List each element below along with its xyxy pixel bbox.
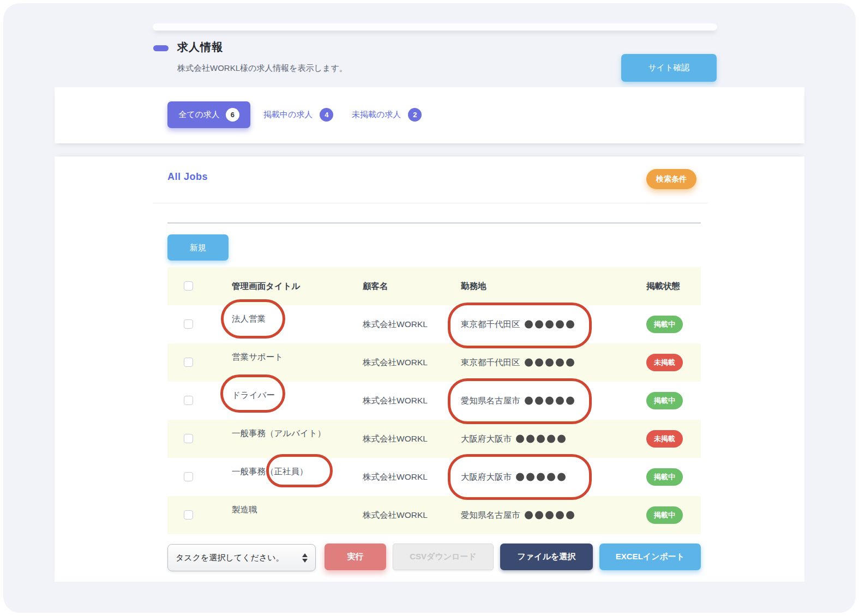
table-header-row: 管理画面タイトル 顧客名 勤務地 掲載状態 bbox=[167, 267, 701, 305]
page: 求人情報 株式会社WORKL様の求人情報を表示します。 サイト確認 全ての求人 … bbox=[0, 0, 859, 616]
job-location: 東京都千代田区 bbox=[461, 357, 574, 369]
masked-dots bbox=[525, 321, 574, 329]
row-checkbox[interactable] bbox=[184, 358, 193, 367]
table-row: 一般事務（正社員） 株式会社WORKL 大阪府大阪市 掲載中 bbox=[167, 458, 701, 496]
table-row: ドライバー 株式会社WORKL 愛知県名古屋市 掲載中 bbox=[167, 382, 701, 420]
tab-all-jobs-label: 全ての求人 bbox=[178, 110, 220, 120]
status-badge: 掲載中 bbox=[646, 316, 683, 333]
site-check-button[interactable]: サイト確認 bbox=[621, 54, 717, 82]
masked-dots bbox=[525, 397, 574, 405]
page-title: 求人情報 bbox=[177, 40, 223, 55]
column-header-title: 管理画面タイトル bbox=[232, 281, 300, 292]
table-row: 製造職 株式会社WORKL 愛知県名古屋市 掲載中 bbox=[167, 496, 701, 534]
tab-unpublished-jobs-count-badge: 2 bbox=[408, 108, 422, 122]
column-header-customer: 顧客名 bbox=[363, 281, 388, 292]
new-job-button[interactable]: 新規 bbox=[167, 234, 229, 261]
task-select-value: タスクを選択してください。 bbox=[176, 553, 284, 563]
customer-name: 株式会社WORKL bbox=[363, 433, 428, 445]
location-text: 愛知県名古屋市 bbox=[461, 510, 520, 521]
status-badge: 掲載中 bbox=[646, 392, 683, 409]
title-dash-icon bbox=[153, 45, 169, 51]
tab-published-jobs-count-badge: 4 bbox=[320, 108, 333, 122]
file-select-button[interactable]: ファイルを選択 bbox=[500, 543, 593, 570]
location-text: 大阪府大阪市 bbox=[461, 433, 512, 445]
job-title[interactable]: 一般事務（正社員） bbox=[232, 466, 308, 478]
row-checkbox[interactable] bbox=[184, 472, 193, 481]
location-text: 大阪府大阪市 bbox=[461, 472, 512, 483]
jobs-panel: All Jobs 検索条件 新規 管理画面タイトル 顧客名 勤務地 掲載状態 法… bbox=[55, 156, 804, 582]
job-location: 東京都千代田区 bbox=[461, 319, 574, 330]
row-checkbox[interactable] bbox=[184, 319, 193, 329]
table-row: 法人営業 株式会社WORKL 東京都千代田区 掲載中 bbox=[167, 305, 701, 343]
customer-name: 株式会社WORKL bbox=[363, 357, 428, 369]
jobs-table: 管理画面タイトル 顧客名 勤務地 掲載状態 法人営業 株式会社WORKL 東京都… bbox=[167, 267, 701, 534]
column-header-status: 掲載状態 bbox=[646, 281, 680, 292]
job-location: 大阪府大阪市 bbox=[461, 433, 566, 445]
divider bbox=[153, 203, 707, 203]
column-header-location: 勤務地 bbox=[461, 281, 486, 292]
execute-button[interactable]: 実行 bbox=[325, 543, 386, 570]
page-subtitle: 株式会社WORKL様の求人情報を表示します。 bbox=[177, 63, 347, 74]
masked-dots bbox=[525, 359, 574, 367]
tab-published-jobs[interactable]: 掲載中の求人 4 bbox=[263, 101, 333, 128]
job-title[interactable]: 製造職 bbox=[232, 504, 257, 516]
tab-all-jobs-count-badge: 6 bbox=[226, 108, 239, 122]
search-conditions-button[interactable]: 検索条件 bbox=[646, 169, 696, 189]
job-title[interactable]: 一般事務（アルバイト） bbox=[232, 428, 326, 439]
masked-dots bbox=[516, 435, 566, 443]
job-location: 愛知県名古屋市 bbox=[461, 395, 574, 407]
customer-name: 株式会社WORKL bbox=[363, 395, 428, 407]
customer-name: 株式会社WORKL bbox=[363, 510, 428, 521]
row-checkbox[interactable] bbox=[184, 434, 193, 443]
table-row: 営業サポート 株式会社WORKL 東京都千代田区 未掲載 bbox=[167, 343, 701, 382]
status-badge: 未掲載 bbox=[646, 430, 683, 448]
divider bbox=[167, 222, 701, 224]
tab-strip: 全ての求人 6 掲載中の求人 4 未掲載の求人 2 bbox=[55, 87, 804, 143]
location-text: 東京都千代田区 bbox=[461, 319, 520, 330]
customer-name: 株式会社WORKL bbox=[363, 472, 428, 483]
excel-import-button[interactable]: EXCELインポート bbox=[599, 543, 701, 570]
masked-dots bbox=[516, 473, 566, 481]
job-location: 愛知県名古屋市 bbox=[461, 510, 574, 521]
status-badge: 掲載中 bbox=[646, 468, 683, 486]
row-checkbox[interactable] bbox=[184, 510, 193, 520]
row-checkbox[interactable] bbox=[184, 396, 193, 405]
location-text: 愛知県名古屋市 bbox=[461, 395, 520, 407]
tab-all-jobs[interactable]: 全ての求人 6 bbox=[167, 101, 250, 128]
stacked-card-edge bbox=[153, 23, 717, 31]
job-location: 大阪府大阪市 bbox=[461, 472, 566, 483]
tab-unpublished-jobs[interactable]: 未掲載の求人 2 bbox=[352, 101, 422, 128]
task-select[interactable]: タスクを選択してください。 bbox=[167, 544, 316, 571]
status-badge: 掲載中 bbox=[646, 506, 683, 524]
table-body: 法人営業 株式会社WORKL 東京都千代田区 掲載中 営業サポート 株式会社WO… bbox=[167, 305, 701, 534]
location-text: 東京都千代田区 bbox=[461, 357, 520, 369]
csv-download-button: CSVダウンロード bbox=[393, 543, 494, 570]
tab-published-jobs-label: 掲載中の求人 bbox=[263, 110, 313, 120]
table-row: 一般事務（アルバイト） 株式会社WORKL 大阪府大阪市 未掲載 bbox=[167, 420, 701, 458]
job-title[interactable]: 法人営業 bbox=[232, 313, 266, 325]
select-all-checkbox[interactable] bbox=[184, 281, 193, 291]
select-arrows-icon bbox=[302, 553, 308, 563]
customer-name: 株式会社WORKL bbox=[363, 319, 428, 330]
job-title[interactable]: 営業サポート bbox=[232, 352, 283, 363]
status-badge: 未掲載 bbox=[646, 354, 683, 371]
tab-unpublished-jobs-label: 未掲載の求人 bbox=[352, 110, 401, 120]
job-title[interactable]: ドライバー bbox=[232, 390, 275, 401]
panel-heading: All Jobs bbox=[167, 171, 208, 183]
masked-dots bbox=[525, 511, 574, 520]
